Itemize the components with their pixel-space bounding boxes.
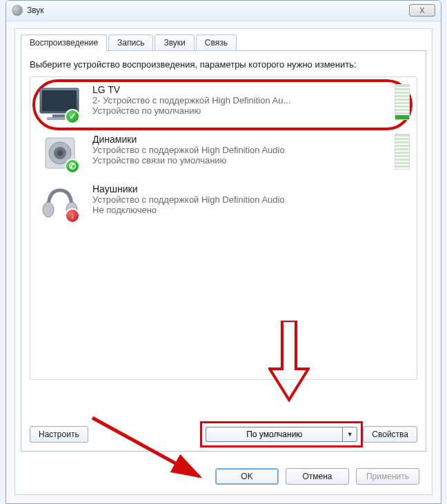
device-item-headphones[interactable]: Наушники Устройство с поддержкой High De… — [32, 178, 415, 228]
close-button[interactable]: X — [409, 4, 435, 17]
tab-comm[interactable]: Связь — [196, 34, 237, 51]
disconnected-icon — [65, 208, 80, 223]
cancel-button[interactable]: Отмена — [286, 468, 349, 485]
tab-sounds[interactable]: Звуки — [155, 34, 194, 51]
set-default-button[interactable]: По умолчанию — [206, 427, 342, 442]
ok-button[interactable]: OK — [215, 468, 279, 485]
phone-icon — [65, 159, 80, 174]
svg-rect-1 — [42, 90, 77, 111]
device-item-speakers[interactable]: Динамики Устройство с поддержкой High De… — [32, 128, 415, 178]
svg-point-7 — [57, 150, 63, 156]
panel-button-row: Настроить По умолчанию Свойства — [30, 426, 417, 443]
svg-point-8 — [43, 202, 54, 217]
tab-playback[interactable]: Воспроизведение — [21, 34, 107, 51]
tv-icon — [34, 84, 86, 123]
device-status: Устройство по умолчанию — [92, 105, 388, 116]
tab-recording[interactable]: Запись — [108, 34, 153, 51]
checkmark-icon — [65, 109, 80, 124]
set-default-split-button[interactable]: По умолчанию — [206, 427, 357, 442]
device-list[interactable]: LG TV 2- Устройство с поддержкой High De… — [30, 77, 417, 380]
device-desc: Устройство с поддержкой High Definition … — [92, 194, 410, 205]
configure-button[interactable]: Настроить — [30, 426, 88, 443]
svg-rect-2 — [52, 114, 66, 117]
device-name: Динамики — [92, 134, 388, 145]
device-desc: Устройство с поддержкой High Definition … — [92, 145, 388, 155]
device-name: LG TV — [92, 84, 388, 95]
device-name: Наушники — [92, 183, 410, 194]
instruction-text: Выберите устройство воспроизведения, пар… — [30, 59, 417, 71]
sound-dialog: Звук X Воспроизведение Запись Звуки Связ… — [6, 0, 441, 504]
device-status: Устройство связи по умолчанию — [92, 155, 388, 165]
level-meter — [395, 134, 410, 170]
window-title: Звук — [27, 6, 44, 15]
device-item-lgtv[interactable]: LG TV 2- Устройство с поддержкой High De… — [32, 79, 415, 128]
dialog-content: Воспроизведение Запись Звуки Связь Выбер… — [14, 28, 433, 495]
properties-button[interactable]: Свойства — [363, 426, 417, 443]
speaker-icon — [34, 134, 86, 172]
headphones-icon — [34, 183, 86, 222]
titlebar[interactable]: Звук X — [6, 1, 441, 20]
device-status: Не подключено — [92, 205, 410, 215]
level-meter — [395, 84, 410, 120]
sound-icon — [12, 5, 23, 16]
apply-button[interactable]: Применить — [356, 468, 419, 485]
tab-strip: Воспроизведение Запись Звуки Связь — [21, 34, 426, 51]
dialog-button-row: OK Отмена Применить — [215, 468, 419, 485]
tab-panel-playback: Выберите устройство воспроизведения, пар… — [21, 50, 426, 452]
device-desc: 2- Устройство с поддержкой High Definiti… — [92, 95, 388, 105]
set-default-dropdown[interactable] — [342, 427, 357, 442]
